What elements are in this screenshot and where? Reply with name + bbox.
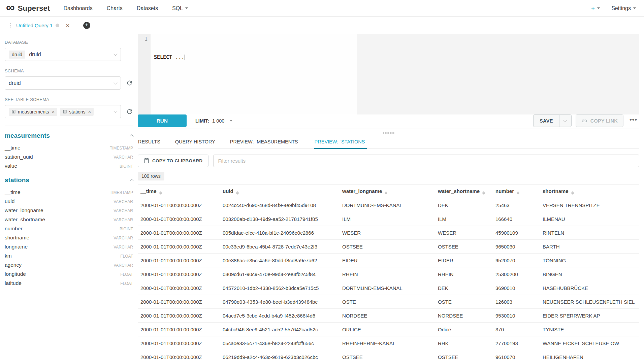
remove-tag-icon[interactable]: ×	[52, 109, 55, 114]
sort-icon[interactable]	[482, 191, 485, 195]
column-header-shortname[interactable]: shortname	[540, 185, 639, 198]
column-name: number	[5, 226, 23, 232]
sort-icon[interactable]	[385, 191, 387, 195]
table-select-tags: measurements×stations×	[9, 108, 94, 116]
refresh-tables-button[interactable]	[125, 107, 134, 116]
sidebar-divider	[5, 126, 133, 126]
copy-link-button[interactable]: COPY LINK	[576, 114, 623, 127]
sort-icon[interactable]	[236, 191, 239, 195]
result-tab[interactable]: RESULTS	[138, 136, 161, 149]
run-button[interactable]: RUN	[138, 114, 187, 127]
table-cell: 45900109	[493, 226, 540, 240]
new-item-button[interactable]: +	[591, 5, 600, 12]
table-schema-header-measurements[interactable]: measurements	[5, 132, 133, 139]
drag-handle-icon[interactable]: ⋮	[8, 22, 13, 28]
table-select[interactable]: measurements×stations×	[5, 105, 121, 118]
nav-item-datasets[interactable]: Datasets	[137, 5, 158, 11]
column-name: __time	[5, 145, 21, 151]
column-name: agency	[5, 262, 22, 268]
column-header-__time[interactable]: __time	[138, 185, 220, 198]
table-cell: BARTH	[540, 240, 639, 254]
close-icon[interactable]: ×	[66, 22, 69, 29]
column-header-uuid[interactable]: uuid	[220, 185, 340, 198]
line-number: 1	[144, 36, 148, 42]
sort-icon[interactable]	[159, 191, 162, 195]
database-select[interactable]: druid druid	[5, 48, 121, 61]
caret-down-icon	[185, 7, 188, 9]
collapse-chevron-icon[interactable]	[130, 134, 133, 138]
schema-value: druid	[9, 80, 21, 86]
nav-item-charts[interactable]: Charts	[107, 5, 123, 11]
query-tab-untitled-query-1[interactable]: ⋮ Untitled Query 1 ×	[5, 20, 73, 31]
result-tab[interactable]: PREVIEW: `STATIONS`	[314, 136, 367, 149]
sql-editor[interactable]: 1 SELECT ...	[138, 34, 639, 114]
table-cell: ILMENAU	[540, 212, 639, 226]
save-button[interactable]: SAVE	[534, 115, 559, 127]
column-header-number[interactable]: number	[493, 185, 540, 198]
navbar-menu: DashboardsChartsDatasetsSQL	[63, 5, 188, 11]
table-cell: 2000-01-01T00:00:00.000Z	[138, 212, 220, 226]
superset-brand[interactable]: ∞ Superset	[6, 4, 50, 13]
schema-select[interactable]: druid	[5, 76, 121, 90]
sort-icon[interactable]	[571, 191, 574, 195]
filter-results-input[interactable]	[213, 155, 639, 167]
copy-to-clipboard-button[interactable]: COPY TO CLIPBOARD	[138, 155, 208, 167]
table-cell: 9520070	[493, 254, 540, 267]
table-cell: TÖNNING	[540, 254, 639, 267]
column-type: TIMESTAMP	[110, 190, 133, 195]
schema-column-row: longitudeFLOAT	[5, 269, 133, 278]
table-cell: 2000-01-01T00:00:00.000Z	[138, 226, 220, 240]
column-type: TIMESTAMP	[110, 146, 133, 151]
nav-item-dashboards[interactable]: Dashboards	[63, 5, 92, 11]
result-tab[interactable]: PREVIEW: `MEASUREMENTS`	[230, 136, 300, 149]
text-cursor	[185, 55, 185, 60]
sort-asc-icon	[517, 191, 519, 193]
limit-dropdown[interactable]: LIMIT: 1 000	[195, 118, 232, 124]
table-cell: 005dfdae-efcc-410a-bf1c-24096e0c2866	[220, 226, 340, 240]
collapse-chevron-icon[interactable]	[130, 179, 133, 183]
table-row: 2000-01-01T00:00:00.000Z00e386ac-e35c-4a…	[138, 254, 639, 267]
table-cell: OSTSEE	[435, 350, 493, 364]
schema-column-row: agencyVARCHAR	[5, 260, 133, 269]
database-type-badge: druid	[9, 51, 25, 59]
pane-splitter[interactable]	[138, 129, 639, 136]
chevron-down-icon	[114, 109, 117, 113]
nav-item-sql[interactable]: SQL	[172, 5, 188, 11]
sort-asc-icon	[159, 191, 162, 193]
settings-menu[interactable]: Settings	[611, 5, 636, 11]
caret-down-icon	[230, 120, 232, 122]
result-controls: COPY TO CLIPBOARD	[138, 155, 639, 167]
plus-icon: +	[85, 22, 88, 28]
column-header-label: uuid	[223, 188, 233, 194]
column-type: BIGINT	[120, 164, 133, 169]
editor-code-area[interactable]: SELECT ...	[151, 34, 639, 114]
copy-link-label: COPY LINK	[590, 118, 618, 124]
schema-label: SCHEMA	[5, 68, 138, 73]
column-header-water_longname[interactable]: water_longname	[340, 185, 435, 198]
result-tab[interactable]: QUERY HISTORY	[175, 136, 216, 149]
table-cell: 25463	[493, 198, 540, 212]
table-schema-header-stations[interactable]: stations	[5, 176, 133, 184]
query-tab-label: Untitled Query 1	[16, 23, 53, 28]
schema-column-row: shortnameVARCHAR	[5, 233, 133, 242]
more-options-button[interactable]: •••	[627, 116, 639, 126]
sort-icon[interactable]	[517, 191, 519, 195]
column-header-label: water_longname	[342, 188, 382, 194]
table-tag-measurements: measurements×	[9, 108, 57, 116]
results-header-row: __timeuuidwater_longnamewater_shortnamen…	[138, 185, 639, 198]
table-cell: RHEIN	[340, 267, 435, 281]
remove-tag-icon[interactable]: ×	[88, 109, 91, 114]
refresh-schema-button[interactable]	[125, 79, 134, 88]
schema-column-row: uuidVARCHAR	[5, 197, 133, 206]
save-dropdown-button[interactable]	[559, 115, 571, 127]
add-tab-button[interactable]: +	[83, 22, 90, 29]
column-header-water_shortname[interactable]: water_shortname	[435, 185, 493, 198]
results-table: __timeuuidwater_longnamewater_shortnamen…	[138, 185, 639, 364]
schema-column-row: station_uuidVARCHAR	[5, 152, 133, 161]
navbar-right: + Settings	[591, 5, 636, 12]
row-count-row: 100 rows	[138, 172, 639, 180]
toolbar-right-group: SAVE COPY LINK •••	[533, 114, 639, 127]
table-cell: DEK	[435, 198, 493, 212]
table-cell: 04cbc946-8ee9-4521-ac52-557642cad52c	[220, 323, 340, 336]
table-cell: BINGEN	[540, 267, 639, 281]
